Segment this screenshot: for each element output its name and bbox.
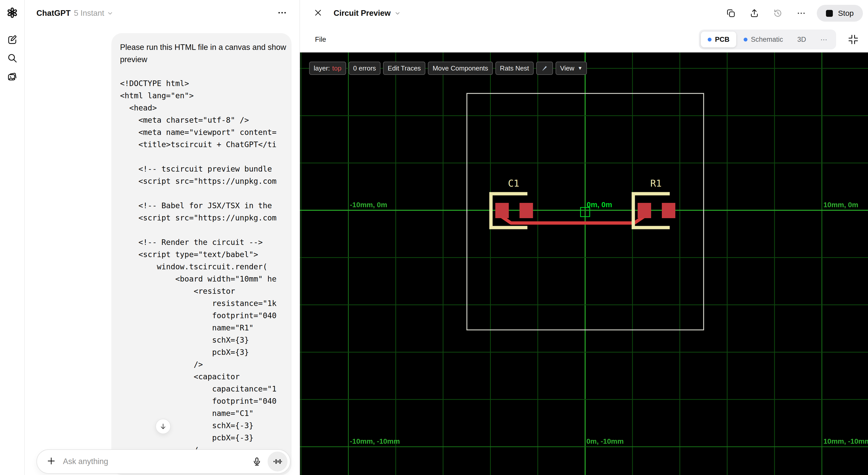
conversation-more-icon[interactable] — [277, 8, 287, 19]
caret-down-icon: ▼ — [578, 65, 583, 71]
close-canvas-button[interactable] — [314, 8, 322, 18]
move-components-button[interactable]: Move Components — [428, 62, 493, 75]
edit-traces-button[interactable]: Edit Traces — [383, 62, 425, 75]
canvas-subheader: File PCB Schematic 3D ··· — [300, 27, 868, 53]
grid-coordinate-label: 0m, -10mm — [586, 437, 624, 445]
model-name[interactable]: 5 Instant — [74, 9, 104, 18]
rats-nest-label: Rats Nest — [500, 64, 529, 72]
smt-pad-2[interactable] — [662, 203, 675, 218]
search-icon — [7, 53, 18, 63]
edit-traces-label: Edit Traces — [388, 64, 421, 72]
errors-label: 0 errors — [353, 64, 376, 72]
pcb-toolbar: layer: top 0 errors Edit Traces Move Com… — [309, 62, 587, 75]
tab-more-label: ··· — [820, 36, 827, 43]
grid-coordinate-label: -10mm, -10mm — [350, 437, 400, 445]
user-code-block: <!DOCTYPE html> <html lang="en"> <head> … — [120, 77, 284, 456]
new-chat-button[interactable] — [7, 34, 18, 45]
pcb-scene: C1R10m, 0m-10mm, 0m10mm, 0m-10mm, -10mm0… — [300, 53, 868, 475]
layer-value: top — [332, 64, 341, 72]
tab-schematic-label: Schematic — [751, 36, 783, 43]
view-label: View — [560, 64, 575, 72]
copy-button[interactable] — [726, 8, 736, 18]
errors-button[interactable]: 0 errors — [349, 62, 381, 75]
attach-plus-icon[interactable] — [46, 456, 56, 467]
tab-pcb-label: PCB — [715, 36, 730, 43]
openai-logo — [7, 7, 18, 18]
compress-icon — [848, 34, 859, 45]
grid-coordinate-label: -10mm, 0m — [350, 201, 387, 209]
message-input[interactable] — [63, 457, 250, 466]
pcb-viewport[interactable]: C1R10m, 0m-10mm, 0m10mm, 0m-10mm, -10mm0… — [300, 53, 868, 475]
dictate-button[interactable] — [250, 457, 264, 466]
canvas-title[interactable]: Circuit Preview — [334, 9, 391, 18]
rats-nest-button[interactable]: Rats Nest — [495, 62, 534, 75]
pencil-tool-icon — [541, 64, 549, 72]
user-message-bubble: Please run this HTML file in a canvas an… — [112, 33, 291, 475]
draw-tool-button[interactable] — [536, 62, 553, 75]
tab-pcb[interactable]: PCB — [701, 32, 736, 47]
model-chevron-down-icon[interactable] — [107, 10, 114, 16]
pcb-component-C1[interactable]: C1 — [491, 178, 533, 228]
openai-logo-icon[interactable] — [7, 7, 18, 18]
layer-label: layer: — [314, 64, 330, 72]
canvas-panel: Circuit Preview — [300, 0, 868, 475]
share-button[interactable] — [749, 8, 759, 18]
layer-button[interactable]: layer: top — [309, 62, 346, 75]
new-chat-icon — [7, 34, 18, 45]
chat-header: ChatGPT 5 Instant — [25, 0, 300, 27]
pcb-dot-icon — [708, 38, 712, 41]
app-title: ChatGPT — [36, 9, 70, 18]
grid-coordinate-label: 10mm, 0m — [824, 201, 858, 209]
app-sidebar — [0, 0, 25, 475]
scroll-to-bottom-button[interactable] — [155, 419, 171, 434]
stop-label: Stop — [838, 9, 854, 18]
tab-3d-label: 3D — [798, 36, 806, 43]
view-dropdown-button[interactable]: View ▼ — [556, 62, 587, 75]
move-components-label: Move Components — [432, 64, 488, 72]
tab-more[interactable]: ··· — [813, 32, 834, 47]
refdes-label: C1 — [508, 178, 519, 189]
grid-coordinate-label: 10mm, -10mm — [824, 437, 868, 445]
microphone-icon — [252, 457, 261, 466]
share-upload-icon — [749, 8, 759, 18]
smt-pad-1[interactable] — [638, 203, 651, 218]
history-button[interactable] — [773, 8, 783, 18]
copy-icon — [726, 8, 736, 18]
collapse-canvas-button[interactable] — [848, 34, 859, 45]
smt-pad-1[interactable] — [495, 203, 509, 218]
stop-button[interactable]: Stop — [817, 5, 863, 22]
voice-waveform-icon — [273, 457, 282, 466]
smt-pad-2[interactable] — [520, 203, 533, 218]
refdes-label: R1 — [650, 178, 662, 189]
file-menu[interactable]: File — [315, 36, 326, 43]
canvas-title-chevron-down-icon[interactable] — [394, 10, 401, 16]
history-icon — [773, 8, 783, 18]
view-mode-tabs: PCB Schematic 3D ··· — [699, 30, 836, 49]
chat-panel: ChatGPT 5 Instant Please run this HTML f… — [25, 0, 300, 475]
tab-schematic[interactable]: Schematic — [737, 32, 790, 47]
arrow-down-icon — [159, 423, 167, 430]
canvas-more-icon[interactable] — [796, 8, 806, 18]
voice-mode-button[interactable] — [268, 451, 287, 471]
canvas-actions — [726, 8, 806, 18]
schematic-dot-icon — [744, 38, 747, 41]
canvas-header: Circuit Preview — [300, 0, 868, 27]
stop-square-icon — [826, 10, 833, 17]
user-prompt-text: Please run this HTML file in a canvas an… — [120, 41, 286, 66]
close-icon — [314, 8, 322, 17]
library-icon — [7, 71, 18, 82]
tab-3d[interactable]: 3D — [790, 32, 813, 47]
origin-coordinate-label: 0m, 0m — [587, 201, 612, 209]
search-button[interactable] — [7, 53, 18, 64]
chat-input-bar — [36, 449, 290, 474]
library-button[interactable] — [7, 71, 18, 82]
